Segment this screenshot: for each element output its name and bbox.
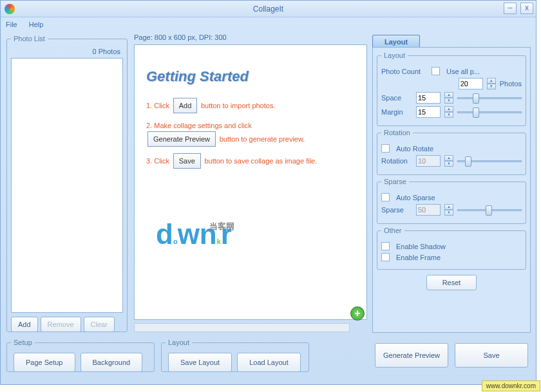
auto-rotate-checkbox[interactable] xyxy=(381,144,390,153)
space-up[interactable]: ▲ xyxy=(444,92,453,98)
getting-started-heading: Getting Started xyxy=(146,68,355,85)
photo-count: 0 Photos xyxy=(11,46,123,57)
sparse-input xyxy=(416,204,441,216)
space-slider[interactable] xyxy=(457,92,522,104)
add-circle-icon[interactable]: + xyxy=(350,306,365,321)
step-1: 1. Click Add button to import photos. xyxy=(146,98,355,113)
menu-help[interactable]: Help xyxy=(29,21,44,28)
menu-file[interactable]: File xyxy=(6,21,17,28)
rotation-slider xyxy=(457,155,522,167)
generate-preview-button[interactable]: Generate Preview xyxy=(375,343,448,368)
menubar: File Help xyxy=(1,17,536,32)
count-down[interactable]: ▼ xyxy=(487,84,496,89)
photo-list-box[interactable] xyxy=(11,58,123,313)
count-up[interactable]: ▲ xyxy=(487,78,496,84)
tab-layout[interactable]: Layout xyxy=(372,35,420,48)
rot-up: ▲ xyxy=(444,155,453,161)
enable-frame-checkbox[interactable] xyxy=(381,253,390,261)
space-label: Space xyxy=(381,94,412,102)
use-all-checkbox[interactable] xyxy=(432,67,440,75)
layout-group: Layout Photo Count Use all p... ▲▼ Photo… xyxy=(377,51,526,126)
margin-slider[interactable] xyxy=(457,106,522,118)
titlebar: CollageIt – x xyxy=(1,1,536,17)
margin-label: Margin xyxy=(381,108,412,116)
load-layout-button[interactable]: Load Layout xyxy=(237,353,301,372)
space-down[interactable]: ▼ xyxy=(444,98,453,104)
preview-canvas: Getting Started 1. Click Add button to i… xyxy=(134,44,367,320)
save-button[interactable]: Save xyxy=(455,343,528,368)
sparse-group: Sparse Auto Sparse Sparse ▲▼ xyxy=(377,178,526,224)
photo-count-label: Photo Count xyxy=(381,68,428,75)
space-input[interactable] xyxy=(416,92,441,104)
step-3: 3. Click Save button to save collage as … xyxy=(146,153,355,169)
rotation-label: Rotation xyxy=(381,157,412,165)
page-info: Page: 800 x 600 px, DPI: 300 xyxy=(134,33,227,41)
photo-list-group: Photo List 0 Photos Add Remove Clear xyxy=(6,35,128,332)
source-badge: www.downkr.com xyxy=(482,380,540,391)
rotation-group: Rotation Auto Rotate Rotation ▲▼ xyxy=(377,129,526,175)
remove-button: Remove xyxy=(41,317,81,332)
inline-genprev-button: Generate Preview xyxy=(147,131,216,147)
sparse-up: ▲ xyxy=(444,204,453,210)
window-title: CollageIt xyxy=(253,5,283,14)
sparse-down: ▼ xyxy=(444,210,453,216)
layout-buttons-group: Layout Save Layout Load Layout xyxy=(161,339,309,372)
enable-shadow-checkbox[interactable] xyxy=(381,242,390,250)
step-2: 2. Make collage settings and click Gener… xyxy=(146,120,355,147)
auto-sparse-checkbox[interactable] xyxy=(381,193,390,201)
save-layout-button[interactable]: Save Layout xyxy=(168,353,232,372)
rot-down: ▼ xyxy=(444,161,453,167)
margin-input[interactable] xyxy=(416,106,441,118)
margin-down[interactable]: ▼ xyxy=(444,112,453,118)
rotation-input xyxy=(416,155,441,167)
other-group: Other Enable Shadow Enable Frame xyxy=(377,227,526,270)
use-all-label: Use all p... xyxy=(446,68,480,75)
setup-group: Setup Page Setup Background xyxy=(6,339,155,372)
photo-list-legend: Photo List xyxy=(11,35,48,42)
tab-strip: Layout xyxy=(372,35,531,48)
app-icon xyxy=(5,4,15,14)
sparse-slider xyxy=(457,204,522,216)
horizontal-scrollbar[interactable] xyxy=(134,323,350,332)
reset-button[interactable]: Reset xyxy=(426,275,477,290)
page-setup-button[interactable]: Page Setup xyxy=(14,353,75,372)
minimize-button[interactable]: – xyxy=(504,3,517,14)
sparse-label: Sparse xyxy=(381,206,412,214)
clear-button: Clear xyxy=(84,317,115,332)
margin-up[interactable]: ▲ xyxy=(444,106,453,112)
close-button[interactable]: x xyxy=(520,3,533,14)
add-button[interactable]: Add xyxy=(11,317,38,332)
inline-add-button: Add xyxy=(173,98,198,113)
background-button[interactable]: Background xyxy=(81,353,143,372)
photo-count-input[interactable] xyxy=(459,78,483,89)
layout-panel: Layout Photo Count Use all p... ▲▼ Photo… xyxy=(372,47,531,333)
inline-save-button: Save xyxy=(173,153,201,169)
